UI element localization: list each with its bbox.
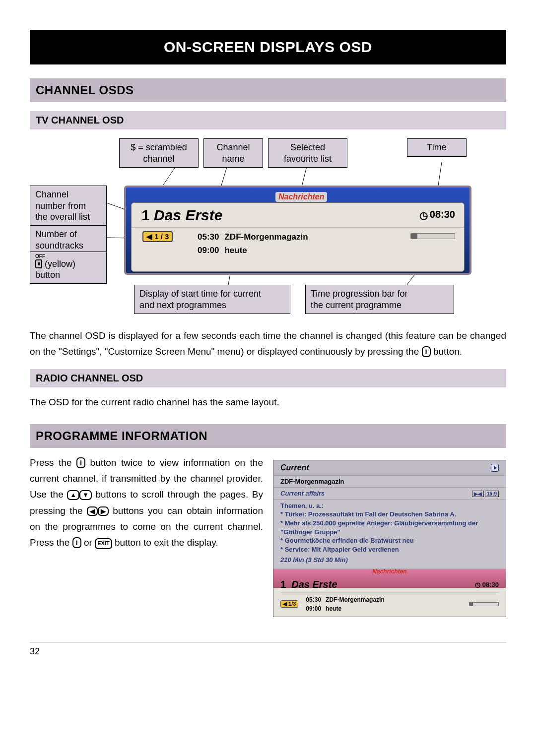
pi-badges: ▶◀16:9 — [471, 490, 499, 497]
tv-osd-diagram: $ = scrambledchannel Channelname Selecte… — [30, 138, 506, 317]
soundtrack-badge: ◀ 1 / 3 — [142, 231, 173, 242]
pi-footer-channel: 1 Das Erste — [280, 579, 337, 590]
down-button-icon: ▼ — [79, 490, 92, 500]
right-button-icon: ▶ — [98, 506, 109, 516]
pi-footer-sound-badge: ◀ 1/3 — [280, 600, 298, 608]
footer-rule — [30, 642, 506, 642]
pi-genre: Current affairs — [280, 490, 325, 497]
page-number: 32 — [30, 646, 506, 657]
yellow-button-icon — [35, 259, 42, 268]
subsection-tv-channel-osd: TV CHANNEL OSD — [30, 111, 506, 129]
pi-footer-progress — [469, 602, 499, 606]
subsection-radio-channel-osd: RADIO CHANNEL OSD — [30, 369, 506, 387]
label-progress-bar: Time progression bar forthe current prog… — [305, 285, 454, 314]
section-programme-information: PROGRAMME INFORMATION — [30, 424, 506, 448]
pi-description: Themen, u. a.: * Türkei: Prozessauftakt … — [273, 499, 506, 568]
paragraph-channel-osd: The channel OSD is displayed for a few s… — [30, 328, 506, 360]
pi-footer-tag: Nachrichten — [372, 568, 406, 575]
section-channel-osds: CHANNEL OSDS — [30, 78, 506, 102]
info-button-icon: i — [422, 346, 431, 357]
osd-channel: 1 Das Erste — [141, 207, 222, 224]
pi-title: ZDF-Morgenmagazin — [273, 475, 506, 487]
label-time: Time — [407, 138, 467, 157]
clock-icon: ◷ — [419, 209, 428, 221]
info-button-icon: i — [76, 457, 85, 468]
label-channel-name: Channelname — [203, 138, 263, 168]
label-scrambled: $ = scrambledchannel — [119, 138, 199, 168]
paragraph-radio-osd: The OSD for the current radio channel ha… — [30, 394, 506, 410]
osd-favourite-tag: Nachrichten — [275, 192, 327, 202]
info-button-icon: i — [72, 537, 81, 548]
label-favourite-list: Selectedfavourite list — [268, 138, 347, 168]
up-button-icon: ▲ — [67, 490, 79, 500]
programme-info-screenshot: Current ZDF-Morgenmagazin Current affair… — [273, 460, 506, 617]
label-soundtracks: Number ofsoundtracks — [30, 225, 107, 254]
pi-header-label: Current — [280, 463, 309, 472]
osd-time: ◷08:30 — [419, 209, 455, 221]
pi-footer-programmes: 05:30ZDF-Morgenmagazin 09:00heute — [304, 595, 388, 614]
pi-footer-time: ◷ 08:30 — [475, 581, 499, 588]
page-title: ON-SCREEN DISPLAYS OSD — [30, 30, 506, 64]
label-channel-number: Channelnumber fromthe overall list — [30, 186, 107, 226]
osd-programme-list: 05:30ZDF-Morgenmagazin 09:00heute — [196, 230, 313, 258]
label-start-time: Display of start time for currentand nex… — [134, 285, 290, 314]
play-icon — [491, 464, 499, 472]
osd-screenshot: Nachrichten 1 Das Erste ◷08:30 ◀ 1 / 3 0… — [124, 186, 471, 275]
label-yellow-button: OFF (yellow)button — [30, 252, 107, 284]
osd-progress-bar — [410, 233, 455, 239]
exit-button-icon: EXIT — [95, 538, 112, 549]
left-button-icon: ◀ — [87, 506, 98, 516]
